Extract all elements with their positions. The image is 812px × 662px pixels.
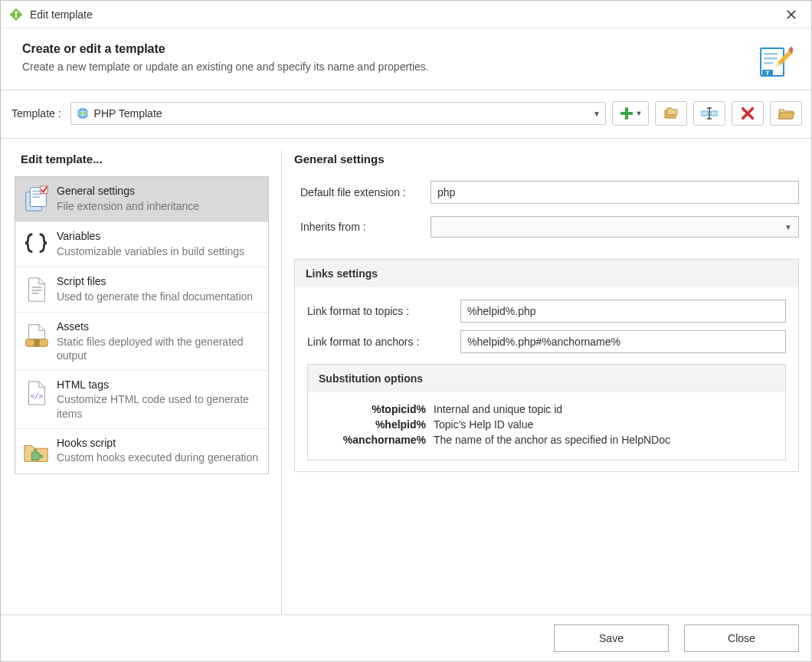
header: Create or edit a template Create a new t… xyxy=(1,28,811,90)
template-edit-icon: T xyxy=(756,42,793,79)
template-label: Template : xyxy=(11,107,61,120)
svg-rect-20 xyxy=(711,111,717,116)
add-template-button[interactable]: ▼ xyxy=(612,101,649,126)
svg-rect-18 xyxy=(620,112,633,115)
plus-icon xyxy=(619,106,634,121)
subst-val: Internal and unique topic id xyxy=(434,403,774,415)
svg-rect-34 xyxy=(31,293,39,294)
folder-open-icon xyxy=(778,107,794,120)
svg-rect-33 xyxy=(31,290,41,291)
substitution-options-title: Substitution options xyxy=(308,365,785,392)
links-settings-title: Links settings xyxy=(295,260,798,287)
nav-item-desc: Used to generate the final documentation xyxy=(57,290,260,303)
chevron-down-icon: ▼ xyxy=(784,223,792,231)
vertical-divider xyxy=(281,149,282,614)
nav-item-title: Variables xyxy=(57,230,260,244)
subst-key: %anchorname% xyxy=(319,434,434,446)
link-format-anchors-row: Link format to anchors : xyxy=(307,330,786,353)
assets-icon xyxy=(21,320,51,349)
default-file-ext-label: Default file extension : xyxy=(300,186,431,198)
svg-text:</>: </> xyxy=(30,392,43,400)
svg-text:T: T xyxy=(766,70,770,77)
subst-val: The name of the anchor as specified in H… xyxy=(434,434,774,446)
nav-item-title: Hooks script xyxy=(57,437,260,451)
close-button[interactable]: Close xyxy=(684,624,799,652)
subst-row: %anchorname% The name of the anchor as s… xyxy=(319,434,774,446)
delete-template-button[interactable] xyxy=(732,101,764,126)
open-folder-button[interactable] xyxy=(770,101,802,126)
nav-item-html-tags[interactable]: </> HTML tags Customize HTML code used t… xyxy=(15,371,268,429)
inherits-from-label: Inherits from : xyxy=(300,221,431,233)
globe-icon xyxy=(76,107,90,120)
nav-list: General settings File extension and inhe… xyxy=(15,176,269,474)
subst-row: %helpid% Topic's Help ID value xyxy=(319,418,774,431)
nav-item-script-files[interactable]: Script files Used to generate the final … xyxy=(15,267,268,313)
chevron-down-icon: ▼ xyxy=(636,110,643,117)
window: Edit template Create or edit a template … xyxy=(0,0,812,662)
link-format-topics-label: Link format to topics : xyxy=(307,305,460,317)
subst-val: Topic's Help ID value xyxy=(434,418,774,431)
nav-item-title: HTML tags xyxy=(57,379,260,392)
link-format-topics-input[interactable] xyxy=(460,300,786,323)
link-format-anchors-label: Link format to anchors : xyxy=(307,336,460,348)
right-title: General settings xyxy=(294,152,799,166)
svg-point-1 xyxy=(15,11,18,14)
nav-item-title: Assets xyxy=(57,320,260,334)
subst-key: %helpid% xyxy=(319,418,434,431)
svg-rect-2 xyxy=(15,14,17,18)
link-format-anchors-input[interactable] xyxy=(460,330,786,353)
svg-rect-6 xyxy=(764,53,778,55)
settings-pages-icon xyxy=(21,185,51,214)
delete-icon xyxy=(741,107,755,120)
link-format-topics-row: Link format to topics : xyxy=(307,300,786,323)
subst-row: %topicid% Internal and unique topic id xyxy=(319,403,774,415)
nav-item-desc: Customize HTML code used to generate ite… xyxy=(57,392,260,420)
substitution-options-body: %topicid% Internal and unique topic id %… xyxy=(308,392,785,460)
nav-item-desc: Custom hooks executed during generation xyxy=(57,451,260,464)
save-button[interactable]: Save xyxy=(554,624,669,652)
nav-item-assets[interactable]: Assets Static files deployed with the ge… xyxy=(15,313,268,371)
document-icon xyxy=(21,275,51,304)
svg-rect-8 xyxy=(764,62,773,64)
rename-template-button[interactable] xyxy=(693,101,725,126)
template-row: Template : PHP Template ▼ ▼ xyxy=(1,90,811,139)
braces-icon xyxy=(21,230,51,259)
main: Edit template... xyxy=(1,139,811,614)
chevron-down-icon: ▼ xyxy=(593,110,601,118)
subst-key: %topicid% xyxy=(319,403,434,415)
titlebar: Edit template xyxy=(1,1,811,28)
nav-item-hooks-script[interactable]: Hooks script Custom hooks executed durin… xyxy=(15,429,268,474)
links-settings-box: Links settings Link format to topics : L… xyxy=(294,259,799,472)
nav-item-title: Script files xyxy=(57,275,260,289)
svg-rect-19 xyxy=(702,111,708,116)
nav-item-title: General settings xyxy=(57,185,260,198)
footer: Save Close xyxy=(1,614,811,661)
nav-item-variables[interactable]: Variables Customizable variables in buil… xyxy=(15,222,268,267)
svg-rect-7 xyxy=(764,57,778,60)
left-title: Edit template... xyxy=(21,152,269,166)
nav-item-general-settings[interactable]: General settings File extension and inhe… xyxy=(15,177,268,222)
html-file-icon: </> xyxy=(21,379,51,408)
default-file-ext-input[interactable] xyxy=(431,181,799,204)
close-window-button[interactable] xyxy=(779,4,804,25)
folders-icon xyxy=(663,106,679,121)
inherits-from-row: Inherits from : ▼ xyxy=(300,216,799,238)
nav-item-desc: Customizable variables in build settings xyxy=(57,244,260,258)
svg-rect-30 xyxy=(32,196,40,198)
nav-item-desc: File extension and inheritance xyxy=(57,199,260,213)
duplicate-template-button[interactable] xyxy=(655,101,687,126)
inherits-from-select[interactable]: ▼ xyxy=(431,216,799,238)
svg-rect-36 xyxy=(34,339,40,347)
app-icon xyxy=(8,7,24,22)
rename-icon xyxy=(700,106,719,121)
svg-rect-32 xyxy=(31,287,41,288)
header-title: Create or edit a template xyxy=(22,42,756,56)
window-title: Edit template xyxy=(30,8,779,21)
substitution-options-box: Substitution options %topicid% Internal … xyxy=(307,364,786,460)
nav-item-desc: Static files deployed with the generated… xyxy=(57,335,260,362)
plugin-folder-icon xyxy=(21,437,51,466)
close-icon xyxy=(786,9,797,20)
header-description: Create a new template or update an exist… xyxy=(22,61,756,73)
template-select[interactable]: PHP Template ▼ xyxy=(70,102,606,125)
right-pane: General settings Default file extension … xyxy=(294,149,799,614)
